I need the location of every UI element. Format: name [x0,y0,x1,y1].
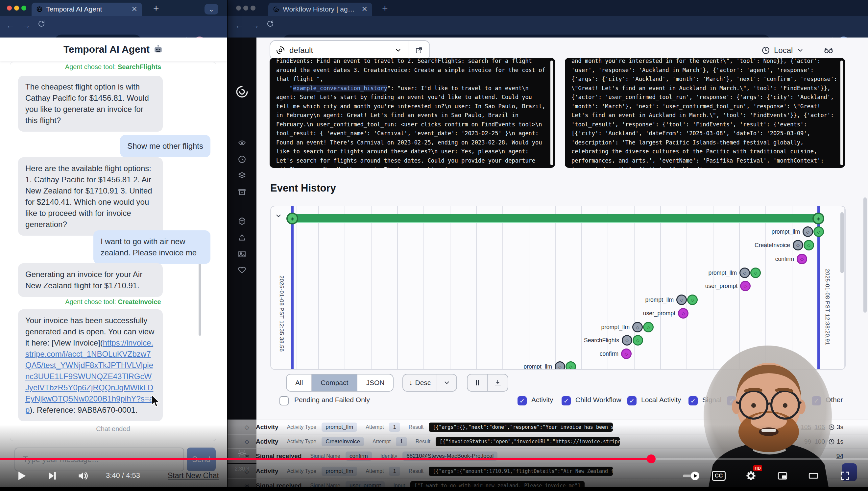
layers-icon[interactable] [238,171,246,180]
back-icon[interactable]: ← [6,21,15,31]
zoom-window-button[interactable] [21,6,26,10]
activity-event-marker[interactable]: ◇ [687,294,698,305]
panel-scrollbar[interactable] [840,61,843,165]
right-tab-bar: Workflow History | agent-wor ✕ + [227,0,868,16]
collapse-chevron-icon[interactable] [275,212,282,221]
open-namespace-button[interactable] [408,41,429,60]
settings-gear-icon[interactable]: HD [742,467,760,485]
zoom-window-button[interactable] [251,6,255,10]
reload-icon[interactable] [266,20,274,30]
activity-event-marker[interactable]: ◇ [565,362,576,370]
workflow-start-marker[interactable]: ◈ [286,212,298,225]
clock-icon[interactable] [238,155,246,164]
namespace-icon [276,46,285,55]
tab-temporal-ai-agent[interactable]: Temporal AI Agent ✕ [32,3,142,16]
minimize-window-button[interactable] [243,6,248,10]
namespace-select[interactable]: default [270,40,430,61]
activity-event-marker[interactable]: ◇ [739,267,750,278]
activity-event-marker[interactable]: ◇ [632,335,643,346]
activity-event-marker[interactable]: ◇ [793,240,803,251]
close-window-button[interactable] [236,6,241,10]
page-scrollbar[interactable] [863,198,867,313]
tab-search-button[interactable]: ⌄ [205,4,218,15]
globe-icon [36,6,43,12]
back-icon[interactable]: ← [235,21,244,31]
activity-event-marker[interactable]: ◇ [643,322,654,333]
view-mode-switcher[interactable]: AllCompactJSON [286,374,394,392]
download-button[interactable] [488,375,508,391]
captions-button[interactable]: CC [710,467,728,485]
activity-event-marker[interactable]: ◇ [555,362,565,370]
image-icon[interactable] [238,250,246,258]
workflow-end-marker[interactable]: ◈ [812,212,824,225]
temporal-logo-icon [235,85,249,99]
chat-scrollbar[interactable] [198,257,201,336]
chevron-down-icon [797,47,804,54]
timeline-end-label: 2025-01-08 PST 12:38:20.91 [824,269,831,345]
miniplayer-button[interactable] [773,467,792,485]
workflow-input-json[interactable]: FindEvents: Find an event to travel to 2… [270,58,555,168]
activity-event-marker[interactable]: ◇ [803,226,813,237]
activity-event-marker[interactable]: ◇ [750,267,761,278]
timeline-scrollbar[interactable] [840,212,844,273]
workflow-span-bar[interactable] [292,214,820,223]
forward-icon[interactable]: → [251,21,259,31]
view-mode-compact[interactable]: Compact [312,375,358,391]
left-browser-window: Temporal AI Agent ✕ + ⌄ ← → localhost:51… [0,0,227,487]
workflow-result-json[interactable]: and month you're interested in for the e… [565,58,845,168]
pending-failed-checkbox[interactable] [279,396,289,405]
activity-event-marker[interactable]: ◇ [622,335,632,346]
close-window-button[interactable] [7,6,12,10]
activity-event-marker[interactable]: ◇ [804,240,814,251]
activity-event-marker[interactable]: ◇ [676,294,687,305]
new-tab-button[interactable]: + [153,3,159,14]
tool-choice-label: Agent chose tool: SearchFlights [10,63,216,71]
archive-icon[interactable] [238,188,246,197]
next-button[interactable] [43,467,61,485]
signal-event-marker[interactable]: ◇ [740,281,751,291]
type-checkbox-local-activity[interactable]: ✓ [627,396,637,405]
type-checkbox-activity[interactable]: ✓ [518,396,527,405]
volume-icon[interactable] [74,467,92,485]
activity-event-marker[interactable]: ◇ [813,226,824,237]
eye-icon[interactable] [238,139,246,147]
close-tab-icon[interactable]: ✕ [362,5,368,13]
video-progress-bar[interactable] [0,458,868,460]
heart-icon[interactable] [238,266,246,274]
cube-icon[interactable] [238,217,246,225]
timezone-select[interactable]: Local [762,40,804,61]
invoice-link[interactable]: https://invoice.stripe.com/i/acct_1NBOLu… [25,338,154,414]
signal-event-marker[interactable]: ◇ [797,254,807,264]
theater-mode-button[interactable] [804,467,823,485]
reload-icon[interactable] [37,20,45,30]
codec-glasses-icon[interactable] [821,43,836,57]
sort-order-button[interactable]: ↓Desc [402,374,457,392]
timeline-event-label: user_prompt [271,309,675,318]
close-tab-icon[interactable]: ✕ [131,5,137,13]
chat-page: Temporal AI Agent Agent chose tool: Sear… [0,37,227,487]
pause-download-group[interactable] [467,374,508,392]
new-tab-button[interactable]: + [382,3,388,14]
fullscreen-button[interactable] [836,467,854,485]
panel-scrollbar[interactable] [550,61,553,165]
minimize-window-button[interactable] [14,6,19,10]
view-mode-all[interactable]: All [287,375,312,391]
agent-message: Your invoice has been successfully gener… [18,309,163,421]
play-button[interactable] [12,467,30,485]
progress-handle[interactable] [647,455,656,463]
upload-icon[interactable] [238,233,246,242]
type-checkbox-child-workflow[interactable]: ✓ [562,396,571,405]
type-checkbox-signal[interactable]: ✓ [688,396,698,405]
view-mode-json[interactable]: JSON [358,375,393,391]
forward-icon[interactable]: → [22,21,31,31]
activity-event-marker[interactable]: ◇ [632,322,643,333]
pause-button[interactable] [468,375,487,391]
tab-workflow-history[interactable]: Workflow History | agent-wor ✕ [268,3,372,16]
signal-event-marker[interactable]: ◇ [621,348,631,359]
sort-options-chevron[interactable] [437,375,456,391]
type-label: Local Activity [641,396,681,404]
signal-event-marker[interactable]: ◇ [678,308,688,319]
autoplay-toggle[interactable] [680,467,701,485]
video-controls: 3:40 / 4:53 CC HD [0,467,868,487]
chat-header: Temporal AI Agent [0,37,227,61]
